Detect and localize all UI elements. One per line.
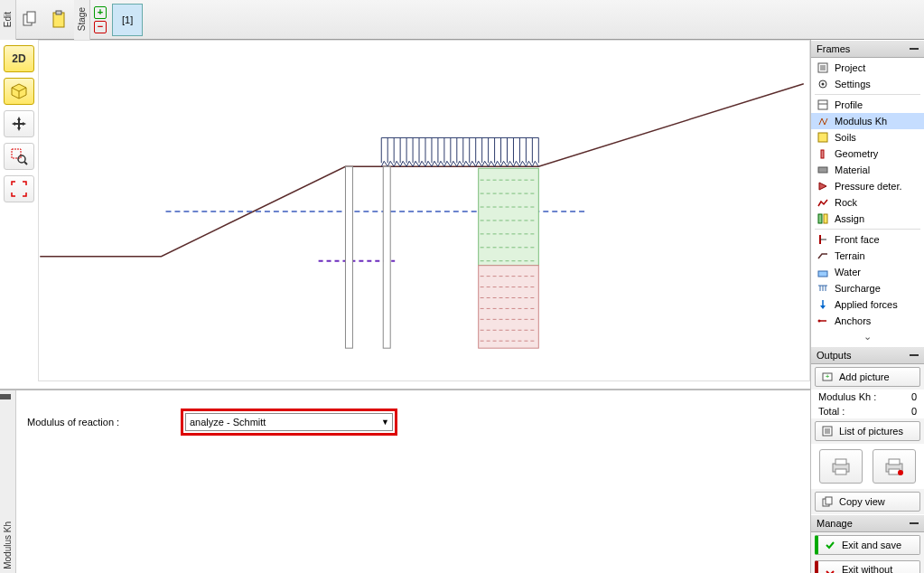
view-3d-button[interactable] <box>4 78 34 105</box>
frame-item-profile[interactable]: Profile <box>811 97 924 113</box>
modulus-select[interactable]: analyze - Schmitt <box>185 413 393 431</box>
svg-point-74 <box>822 83 825 86</box>
collapse-icon[interactable] <box>910 522 919 524</box>
svg-point-9 <box>18 155 25 163</box>
soils-icon <box>817 131 829 144</box>
frame-item-surcharge[interactable]: Surcharge <box>811 280 924 296</box>
frames-header: Frames <box>811 40 924 58</box>
check-icon <box>824 539 836 551</box>
gear-icon <box>817 78 829 90</box>
svg-rect-79 <box>818 167 827 173</box>
copy-view-button[interactable]: Copy view <box>815 492 920 512</box>
frame-item-material[interactable]: Material <box>811 162 924 178</box>
rock-icon <box>817 196 829 209</box>
exit-nosave-button[interactable]: Exit without saving <box>815 560 920 573</box>
expand-more-icon[interactable]: ⌄ <box>811 329 924 344</box>
frame-item-geometry[interactable]: Geometry <box>811 146 924 162</box>
add-picture-icon: + <box>821 371 834 383</box>
svg-text:+: + <box>826 372 830 380</box>
bottom-panel-label: Modulus Kh <box>0 390 16 573</box>
frame-item-project[interactable]: Project <box>811 60 924 76</box>
surcharge-icon <box>817 282 829 295</box>
svg-rect-1 <box>27 12 35 23</box>
svg-rect-75 <box>818 100 827 109</box>
profile-icon <box>817 99 829 111</box>
x-icon <box>824 568 836 573</box>
frame-item-front-face[interactable]: Front face <box>811 231 924 248</box>
material-icon <box>817 164 829 176</box>
front-face-icon <box>817 233 829 246</box>
svg-rect-108 <box>826 497 832 504</box>
svg-rect-78 <box>821 150 824 158</box>
stat-modulus-kh: Modulus Kh :0 <box>811 390 924 404</box>
svg-rect-102 <box>835 469 846 474</box>
edit-section-label: Edit <box>0 0 16 40</box>
svg-rect-85 <box>818 271 827 277</box>
drawing-canvas[interactable] <box>38 40 810 381</box>
manage-header: Manage <box>811 514 924 532</box>
svg-rect-51 <box>345 166 352 348</box>
stat-total: Total :0 <box>811 404 924 418</box>
svg-rect-61 <box>479 266 539 349</box>
top-toolbar: Edit Stage + − [1] <box>0 0 924 40</box>
forces-icon <box>817 298 829 311</box>
copy-icon[interactable] <box>18 7 43 33</box>
svg-rect-52 <box>383 166 390 348</box>
frame-item-soils[interactable]: Soils <box>811 129 924 146</box>
print-button[interactable] <box>819 449 863 484</box>
svg-marker-80 <box>819 183 826 190</box>
svg-rect-53 <box>479 168 539 265</box>
collapse-icon[interactable] <box>910 354 919 356</box>
pan-button[interactable] <box>4 110 34 137</box>
frame-item-modulus-kh[interactable]: Modulus Kh <box>811 113 924 129</box>
frame-item-rock[interactable]: Rock <box>811 194 924 211</box>
stage-tab-1[interactable]: [1] <box>112 4 143 36</box>
svg-rect-81 <box>818 214 822 223</box>
list-icon <box>821 425 834 437</box>
modulus-field-label: Modulus of reaction : <box>27 417 163 427</box>
zoom-region-button[interactable] <box>4 143 34 170</box>
print-color-button[interactable] <box>873 449 916 484</box>
terrain-icon <box>817 249 829 262</box>
collapse-icon[interactable] <box>910 48 919 50</box>
remove-stage-button[interactable]: − <box>94 21 107 33</box>
modulus-select-highlight: analyze - Schmitt ▼ <box>181 409 397 436</box>
frame-item-anchors[interactable]: Anchors <box>811 313 924 329</box>
frame-item-terrain[interactable]: Terrain <box>811 248 924 264</box>
water-icon <box>817 266 829 278</box>
frame-item-assign[interactable]: Assign <box>811 211 924 227</box>
svg-point-106 <box>898 470 903 475</box>
outputs-header: Outputs <box>811 346 924 364</box>
svg-rect-77 <box>818 133 827 142</box>
add-picture-button[interactable]: + Add picture <box>815 367 920 387</box>
pressure-icon <box>817 180 829 193</box>
svg-point-93 <box>818 320 821 323</box>
svg-line-10 <box>24 162 27 164</box>
list-pictures-button[interactable]: List of pictures <box>815 421 920 441</box>
svg-rect-3 <box>56 11 61 14</box>
svg-rect-82 <box>824 214 827 223</box>
view-2d-button[interactable]: 2D <box>4 45 34 72</box>
add-stage-button[interactable]: + <box>94 6 107 19</box>
project-icon <box>817 61 829 74</box>
paste-icon[interactable] <box>47 7 72 33</box>
svg-rect-104 <box>889 459 900 465</box>
stage-section-label: Stage <box>74 0 90 40</box>
svg-rect-101 <box>835 459 846 465</box>
frame-item-water[interactable]: Water <box>811 264 924 280</box>
anchors-icon <box>817 315 829 327</box>
copy-icon <box>821 495 834 508</box>
geometry-icon <box>817 147 829 160</box>
right-panel: Frames Project Settings Profile Modulus … <box>810 40 924 573</box>
svg-marker-91 <box>820 305 826 309</box>
assign-icon <box>817 212 829 225</box>
frame-item-settings[interactable]: Settings <box>811 76 924 92</box>
fit-view-button[interactable] <box>4 175 34 202</box>
bottom-panel: Modulus Kh Modulus of reaction : analyze… <box>0 389 810 573</box>
frames-list: Project Settings Profile Modulus Kh Soil… <box>811 58 924 346</box>
exit-save-button[interactable]: Exit and save <box>815 535 920 555</box>
frame-item-applied-forces[interactable]: Applied forces <box>811 296 924 313</box>
modulus-icon <box>817 115 829 127</box>
frame-item-pressure[interactable]: Pressure deter. <box>811 178 924 194</box>
